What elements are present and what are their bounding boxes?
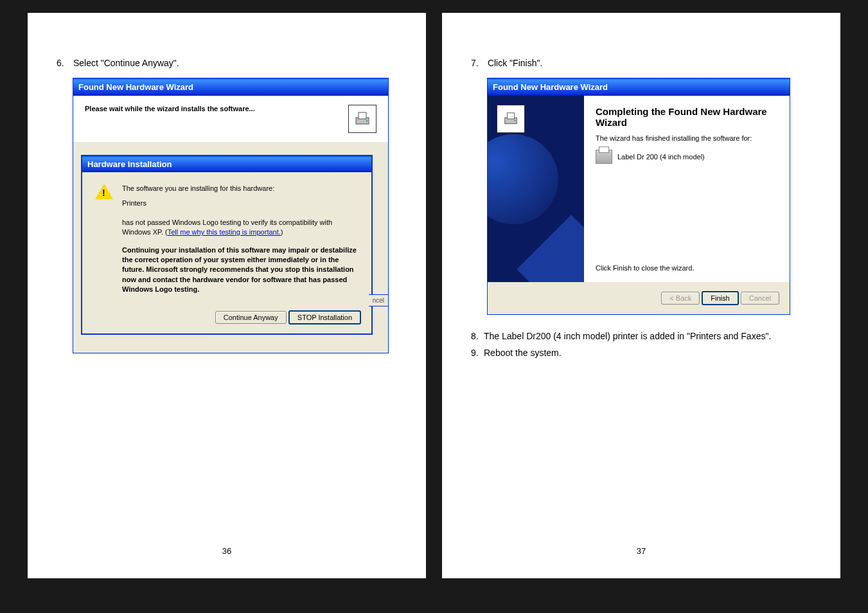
inner-body: The software you are installing for this…	[82, 172, 371, 304]
finish-button[interactable]: Finish	[702, 291, 738, 305]
page-number: 37	[637, 546, 646, 556]
hw-logo-text-b: )	[281, 228, 283, 236]
svg-point-5	[514, 120, 515, 121]
hardware-installation-dialog: Hardware Installation The software you a…	[81, 155, 373, 335]
device-icon	[348, 105, 376, 133]
back-button: < Back	[661, 292, 700, 305]
step-text: The Label Dr200 (4 inch model) printer i…	[484, 329, 811, 343]
outer-wizard-dialog: Found New Hardware Wizard Please wait wh…	[73, 78, 389, 353]
hw-warning-bold: Continuing your installation of this sof…	[122, 245, 359, 295]
step-7: 7. Click "Finish".	[471, 58, 811, 68]
finish-wizard-dialog: Found New Hardware Wizard Completing the…	[487, 78, 790, 315]
step-6: 6. Select "Continue Anyway".	[57, 58, 397, 68]
hw-logo-line: has not passed Windows Logo testing to v…	[122, 218, 359, 238]
outer-heading: Please wait while the wizard installs th…	[85, 105, 255, 112]
stop-installation-button[interactable]: STOP Installation	[288, 310, 361, 324]
step-text: Select "Continue Anyway".	[73, 58, 179, 68]
outer-titlebar: Found New Hardware Wizard	[73, 78, 388, 96]
hw-device: Printers	[122, 199, 359, 208]
followup-steps: 8. The Label Dr200 (4 inch model) printe…	[471, 329, 811, 360]
installed-device-line: Label Dr 200 (4 inch model)	[596, 150, 778, 164]
cancel-peek: ncel	[369, 294, 389, 306]
inner-text: The software you are installing for this…	[122, 184, 359, 295]
finish-right-pane: Completing the Found New Hardware Wizard…	[584, 96, 790, 282]
page-number: 36	[222, 546, 231, 556]
printer-icon	[596, 150, 612, 164]
hw-installing-line: The software you are installing for this…	[122, 184, 359, 193]
step-9: 9. Reboot the system.	[471, 346, 811, 360]
step-number: 7.	[471, 58, 485, 68]
warning-icon	[95, 184, 113, 202]
step-number: 8.	[471, 329, 484, 343]
page-right: 7. Click "Finish". Found New Hardware Wi…	[442, 13, 840, 578]
svg-rect-4	[507, 113, 514, 119]
svg-point-2	[366, 120, 368, 121]
finish-titlebar: Found New Hardware Wizard	[488, 78, 790, 96]
page-spread: 6. Select "Continue Anyway". Found New H…	[28, 13, 840, 578]
step-text: Click "Finish".	[488, 58, 542, 68]
inner-button-row: Continue Anyway STOP Installation	[82, 304, 371, 333]
step-text: Reboot the system.	[484, 346, 562, 360]
svg-rect-1	[359, 112, 366, 119]
step-number: 9.	[471, 346, 484, 360]
inner-titlebar: Hardware Installation	[82, 156, 371, 172]
completing-heading: Completing the Found New Hardware Wizard	[596, 106, 778, 128]
outer-content: Please wait while the wizard installs th…	[73, 96, 388, 142]
installed-device-name: Label Dr 200 (4 inch model)	[617, 153, 705, 161]
wizard-side-graphic	[488, 96, 584, 282]
completing-sub: The wizard has finished installing the s…	[596, 134, 778, 142]
continue-anyway-button[interactable]: Continue Anyway	[215, 311, 287, 324]
click-finish-text: Click Finish to close the wizard.	[596, 264, 778, 272]
step-number: 6.	[57, 58, 71, 68]
step-8: 8. The Label Dr200 (4 inch model) printe…	[471, 329, 811, 343]
finish-button-row: < Back Finish Cancel	[488, 282, 790, 314]
tell-me-why-link[interactable]: Tell me why this testing is important.	[168, 228, 281, 236]
page-left: 6. Select "Continue Anyway". Found New H…	[28, 13, 426, 578]
finish-body: Completing the Found New Hardware Wizard…	[488, 96, 790, 282]
cancel-button: Cancel	[741, 292, 779, 305]
device-icon	[497, 105, 525, 133]
